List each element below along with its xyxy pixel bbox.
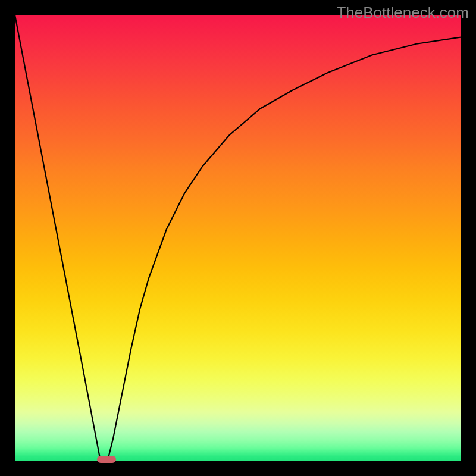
plot-area [15, 15, 461, 461]
watermark-text: TheBottleneck.com [336, 4, 469, 22]
bottleneck-marker [97, 456, 116, 463]
chart-container: TheBottleneck.com [0, 0, 476, 476]
curve-svg [15, 15, 461, 461]
bottleneck-curve [15, 15, 461, 461]
